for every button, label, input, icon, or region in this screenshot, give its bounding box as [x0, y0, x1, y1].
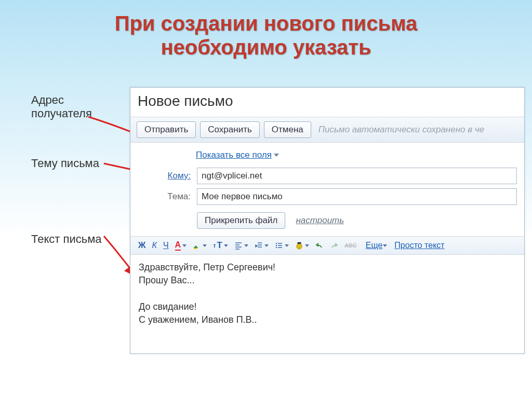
subject-row: Тема:	[162, 188, 517, 205]
redo-button[interactable]	[328, 240, 340, 251]
svg-rect-0	[194, 248, 197, 249]
message-body[interactable]: Здравствуйте, Петр Сергеевич! Прошу Вас.…	[130, 255, 524, 333]
to-label[interactable]: Кому:	[162, 171, 191, 181]
highlight-button[interactable]	[191, 240, 208, 251]
bold-button[interactable]: Ж	[137, 240, 147, 251]
undo-button[interactable]	[314, 240, 325, 251]
slide-title: При создании нового письма необходимо ук…	[0, 0, 532, 59]
more-link[interactable]: Еще	[366, 241, 388, 250]
attach-button[interactable]: Прикрепить файл	[197, 212, 285, 229]
annotation-labels: Адрес получателя Тему письма Текст письм…	[31, 93, 102, 271]
svg-point-1	[276, 243, 277, 244]
svg-point-6	[300, 245, 301, 246]
subject-input[interactable]	[197, 188, 517, 205]
window-title: Новое письмо	[130, 88, 524, 117]
plain-text-link[interactable]: Просто текст	[394, 241, 444, 250]
svg-point-5	[298, 245, 299, 246]
toolbar: Отправить Сохранить Отмена Письмо автома…	[130, 117, 524, 143]
show-all-fields-link[interactable]: Показать все поля	[196, 150, 279, 160]
to-input[interactable]	[197, 168, 517, 184]
svg-rect-7	[297, 242, 301, 244]
label-address: Адрес получателя	[31, 93, 102, 120]
fields-area: Показать все поля Кому: Тема: Прикрепить…	[130, 143, 524, 236]
configure-link[interactable]: настроить	[296, 215, 344, 226]
chevron-down-icon	[274, 154, 279, 157]
to-row: Кому:	[162, 168, 517, 184]
list-button[interactable]	[273, 240, 290, 251]
subject-label: Тема:	[162, 191, 191, 202]
format-toolbar: Ж К Ч A тT ABC Еще	[130, 236, 524, 255]
underline-button[interactable]: Ч	[162, 240, 170, 251]
send-button[interactable]: Отправить	[137, 121, 196, 138]
svg-point-2	[276, 245, 277, 246]
show-all-fields-label: Показать все поля	[196, 150, 272, 160]
italic-button[interactable]: К	[150, 240, 158, 251]
attach-row: Прикрепить файл настроить	[197, 212, 517, 229]
strike-button[interactable]: ABC	[343, 241, 358, 250]
svg-point-3	[276, 247, 277, 248]
font-size-button[interactable]: тT	[211, 239, 230, 252]
emoji-button[interactable]	[294, 240, 311, 251]
autosave-status: Письмо автоматически сохранено в че	[318, 125, 484, 135]
more-label: Еще	[366, 241, 383, 250]
indent-button[interactable]	[253, 240, 270, 251]
font-color-button[interactable]: A	[174, 239, 189, 252]
label-body: Текст письма	[31, 232, 102, 246]
svg-point-4	[297, 243, 302, 249]
compose-window: Новое письмо Отправить Сохранить Отмена …	[130, 87, 525, 354]
save-button[interactable]: Сохранить	[200, 121, 259, 138]
align-button[interactable]	[233, 240, 250, 251]
cancel-button[interactable]: Отмена	[264, 121, 311, 138]
label-subject: Тему письма	[31, 157, 102, 170]
